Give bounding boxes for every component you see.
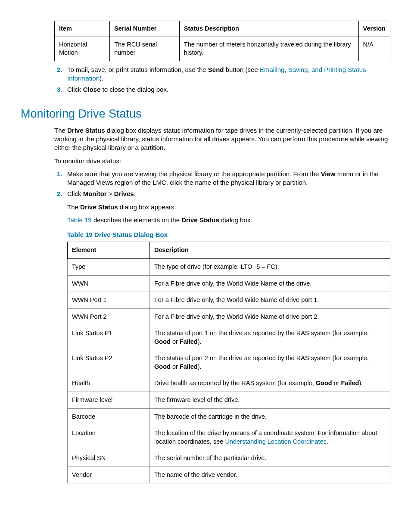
t2-r10-e: Location: [68, 425, 150, 450]
drive-status-table: Element Description TypeThe type of driv…: [67, 242, 390, 483]
t2-r3-e: WWN Port 1: [68, 292, 150, 309]
list-marker-3: 3.: [54, 85, 67, 94]
t2-r6-d: The status of port 2 on the drive as rep…: [150, 350, 390, 375]
top-status-table: Item Serial Number Status Description Ve…: [54, 21, 390, 61]
th-version: Version: [358, 21, 390, 37]
t2-r12-e: Vendor: [68, 467, 150, 483]
link-table-19[interactable]: Table 19: [67, 216, 92, 224]
t2-h-description: Description: [150, 242, 390, 259]
table-19-caption: Table 19 Drive Status Dialog Box: [67, 230, 390, 239]
t2-r4-e: WWN Port 2: [68, 308, 150, 325]
t2-r10-d: The location of the drive by means of a …: [150, 425, 390, 450]
th-statusdesc: Status Description: [179, 21, 358, 37]
t2-h-element: Element: [68, 242, 150, 259]
t2-r2-e: WWN: [68, 275, 150, 292]
t2-r7-e: Health: [68, 375, 150, 392]
td-serial: The RCU serial number: [110, 37, 180, 61]
t2-r12-d: The name of the drive vendor.: [150, 467, 390, 483]
th-serial: Serial Number: [110, 21, 180, 37]
list2-item2: Click Monitor > Drives. The Drive Status…: [67, 190, 390, 483]
list1-item2: To mail, save, or print status informati…: [67, 65, 390, 83]
list2-item1: Make sure that you are viewing the physi…: [67, 170, 390, 187]
section-heading: Monitoring Drive Status: [21, 106, 390, 121]
list1-item3: Click Close to close the dialog box.: [67, 85, 390, 94]
t2-r5-d: The status of port 1 on the drive as rep…: [150, 325, 390, 350]
t2-r11-d: The serial number of the particular driv…: [150, 450, 390, 467]
td-version: N/A: [358, 37, 390, 61]
td-desc: The number of meters horizontally travel…: [179, 37, 358, 61]
list2-marker-1: 1.: [54, 170, 67, 187]
t2-r6-e: Link Status P2: [68, 350, 150, 375]
intro-paragraph-1: The Drive Status dialog box displays sta…: [54, 126, 390, 152]
t2-r1-e: Type: [68, 258, 150, 275]
intro-paragraph-2: To monitor drive status:: [54, 157, 390, 165]
link-location-coords[interactable]: Understanding Location Coordinates: [225, 438, 326, 445]
td-item: Horizontal Motion: [55, 37, 110, 61]
t2-r2-d: For a Fibre drive only, the World Wide N…: [150, 275, 390, 292]
list2-sub2: Table 19 describes the elements on the D…: [67, 216, 390, 224]
top-table-wrap: Item Serial Number Status Description Ve…: [54, 21, 390, 61]
t2-r9-e: Barcode: [68, 408, 150, 425]
t2-r11-e: Physical SN: [68, 450, 150, 467]
t2-r1-d: The type of drive (for example, LTO--5 –…: [150, 258, 390, 275]
ordered-list-1: 2. To mail, save, or print status inform…: [54, 65, 390, 94]
t2-r5-e: Link Status P1: [68, 325, 150, 350]
list-marker-2: 2.: [54, 65, 67, 83]
t2-r3-d: For a Fibre drive only, the World Wide N…: [150, 292, 390, 309]
t2-r8-d: The firmware level of the drive.: [150, 392, 390, 409]
t2-r4-d: For a Fibre drive only, the World Wide N…: [150, 308, 390, 325]
th-item: Item: [55, 21, 110, 37]
t2-r9-d: The barcode of the cartridge in the driv…: [150, 408, 390, 425]
list2-sub1: The Drive Status dialog box appears.: [67, 203, 390, 212]
t2-r7-d: Drive health as reported by the RAS syst…: [150, 375, 390, 392]
ordered-list-2: 1. Make sure that you are viewing the ph…: [54, 170, 390, 484]
list2-marker-2: 2.: [54, 190, 67, 483]
t2-r8-e: Firmware level: [68, 392, 150, 409]
